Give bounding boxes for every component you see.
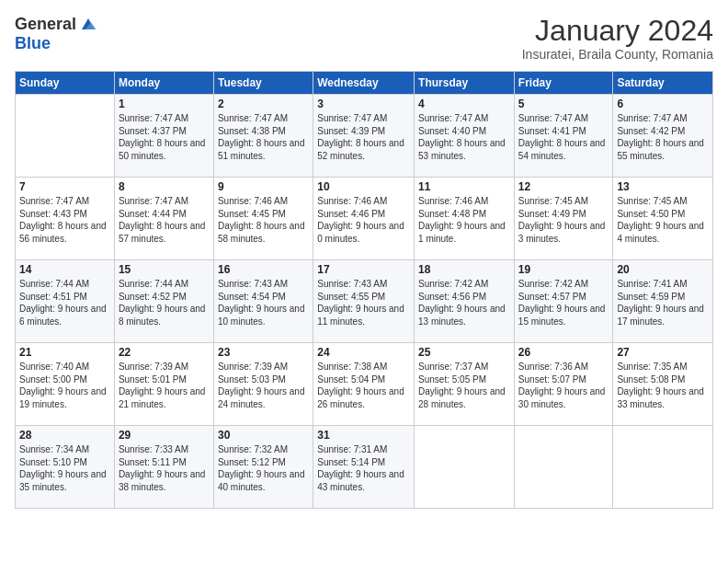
day-number: 14 [19, 263, 110, 276]
day-info: Sunrise: 7:32 AMSunset: 5:12 PMDaylight:… [218, 443, 309, 493]
day-info: Sunrise: 7:47 AMSunset: 4:38 PMDaylight:… [218, 112, 309, 162]
table-row: 21Sunrise: 7:40 AMSunset: 5:00 PMDayligh… [16, 343, 115, 426]
day-info: Sunrise: 7:37 AMSunset: 5:05 PMDaylight:… [418, 361, 510, 410]
table-row: 23Sunrise: 7:39 AMSunset: 5:03 PMDayligh… [213, 343, 313, 426]
calendar-header-row: Sunday Monday Tuesday Wednesday Thursday… [16, 72, 713, 95]
day-number: 29 [119, 429, 210, 442]
day-number: 18 [418, 263, 510, 276]
day-number: 22 [119, 346, 210, 359]
day-number: 15 [119, 263, 210, 276]
table-row: 14Sunrise: 7:44 AMSunset: 4:51 PMDayligh… [16, 260, 115, 343]
day-info: Sunrise: 7:35 AMSunset: 5:08 PMDaylight:… [617, 361, 709, 410]
day-info: Sunrise: 7:47 AMSunset: 4:41 PMDaylight:… [518, 112, 609, 162]
page-header: General Blue January 2024 Insuratei, Bra… [15, 15, 713, 62]
day-info: Sunrise: 7:41 AMSunset: 4:59 PMDaylight:… [617, 278, 709, 327]
day-number: 8 [119, 180, 210, 193]
day-info: Sunrise: 7:45 AMSunset: 4:49 PMDaylight:… [518, 195, 609, 245]
table-row: 6Sunrise: 7:47 AMSunset: 4:42 PMDaylight… [613, 95, 713, 178]
day-number: 19 [518, 263, 609, 276]
day-info: Sunrise: 7:46 AMSunset: 4:46 PMDaylight:… [317, 195, 410, 245]
day-info: Sunrise: 7:46 AMSunset: 4:45 PMDaylight:… [218, 195, 309, 245]
month-title: January 2024 [522, 15, 713, 47]
table-row: 29Sunrise: 7:33 AMSunset: 5:11 PMDayligh… [114, 426, 213, 509]
col-monday: Monday [114, 72, 213, 95]
day-info: Sunrise: 7:31 AMSunset: 5:14 PMDaylight:… [317, 443, 410, 493]
day-info: Sunrise: 7:44 AMSunset: 4:51 PMDaylight:… [19, 278, 110, 327]
day-info: Sunrise: 7:33 AMSunset: 5:11 PMDaylight:… [119, 443, 210, 493]
logo-blue-text: Blue [15, 34, 51, 53]
table-row [415, 426, 515, 509]
table-row [16, 95, 115, 178]
day-number: 31 [317, 429, 410, 442]
day-number: 30 [218, 429, 309, 442]
col-wednesday: Wednesday [313, 72, 415, 95]
day-number: 17 [317, 263, 410, 276]
day-number: 27 [617, 346, 709, 359]
day-number: 16 [218, 263, 309, 276]
day-info: Sunrise: 7:47 AMSunset: 4:39 PMDaylight:… [317, 112, 410, 162]
location-subtitle: Insuratei, Braila County, Romania [522, 47, 713, 62]
day-info: Sunrise: 7:42 AMSunset: 4:57 PMDaylight:… [518, 278, 609, 327]
table-row: 26Sunrise: 7:36 AMSunset: 5:07 PMDayligh… [514, 343, 613, 426]
day-info: Sunrise: 7:43 AMSunset: 4:55 PMDaylight:… [317, 278, 410, 327]
col-sunday: Sunday [16, 72, 115, 95]
calendar-week-row: 14Sunrise: 7:44 AMSunset: 4:51 PMDayligh… [16, 260, 713, 343]
table-row: 18Sunrise: 7:42 AMSunset: 4:56 PMDayligh… [415, 260, 515, 343]
day-info: Sunrise: 7:43 AMSunset: 4:54 PMDaylight:… [218, 278, 309, 327]
table-row: 11Sunrise: 7:46 AMSunset: 4:48 PMDayligh… [415, 178, 515, 260]
day-info: Sunrise: 7:47 AMSunset: 4:40 PMDaylight:… [418, 112, 510, 162]
day-info: Sunrise: 7:38 AMSunset: 5:04 PMDaylight:… [317, 361, 410, 410]
day-number: 1 [119, 98, 210, 110]
day-number: 24 [317, 346, 410, 359]
calendar-week-row: 21Sunrise: 7:40 AMSunset: 5:00 PMDayligh… [16, 343, 713, 426]
day-info: Sunrise: 7:44 AMSunset: 4:52 PMDaylight:… [119, 278, 210, 327]
day-number: 4 [418, 98, 510, 110]
day-info: Sunrise: 7:39 AMSunset: 5:01 PMDaylight:… [119, 361, 210, 410]
table-row: 10Sunrise: 7:46 AMSunset: 4:46 PMDayligh… [313, 178, 415, 260]
table-row: 22Sunrise: 7:39 AMSunset: 5:01 PMDayligh… [114, 343, 213, 426]
day-number: 21 [19, 346, 110, 359]
col-friday: Friday [514, 72, 613, 95]
table-row: 27Sunrise: 7:35 AMSunset: 5:08 PMDayligh… [613, 343, 713, 426]
table-row: 12Sunrise: 7:45 AMSunset: 4:49 PMDayligh… [514, 178, 613, 260]
table-row: 7Sunrise: 7:47 AMSunset: 4:43 PMDaylight… [16, 178, 115, 260]
day-number: 25 [418, 346, 510, 359]
day-number: 12 [518, 180, 609, 193]
day-info: Sunrise: 7:40 AMSunset: 5:00 PMDaylight:… [19, 361, 110, 410]
table-row: 2Sunrise: 7:47 AMSunset: 4:38 PMDaylight… [213, 95, 313, 178]
table-row: 24Sunrise: 7:38 AMSunset: 5:04 PMDayligh… [313, 343, 415, 426]
day-number: 2 [218, 98, 309, 110]
day-number: 9 [218, 180, 309, 193]
day-number: 13 [617, 180, 709, 193]
table-row: 31Sunrise: 7:31 AMSunset: 5:14 PMDayligh… [313, 426, 415, 509]
day-info: Sunrise: 7:47 AMSunset: 4:42 PMDaylight:… [617, 112, 709, 162]
table-row: 15Sunrise: 7:44 AMSunset: 4:52 PMDayligh… [114, 260, 213, 343]
table-row: 25Sunrise: 7:37 AMSunset: 5:05 PMDayligh… [415, 343, 515, 426]
day-info: Sunrise: 7:34 AMSunset: 5:10 PMDaylight:… [19, 443, 110, 493]
logo-icon [78, 17, 98, 33]
table-row [514, 426, 613, 509]
table-row: 5Sunrise: 7:47 AMSunset: 4:41 PMDaylight… [514, 95, 613, 178]
table-row: 16Sunrise: 7:43 AMSunset: 4:54 PMDayligh… [213, 260, 313, 343]
table-row: 1Sunrise: 7:47 AMSunset: 4:37 PMDaylight… [114, 95, 213, 178]
day-info: Sunrise: 7:47 AMSunset: 4:37 PMDaylight:… [119, 112, 210, 162]
table-row: 4Sunrise: 7:47 AMSunset: 4:40 PMDaylight… [415, 95, 515, 178]
day-number: 28 [19, 429, 110, 442]
day-number: 26 [518, 346, 609, 359]
table-row: 17Sunrise: 7:43 AMSunset: 4:55 PMDayligh… [313, 260, 415, 343]
day-number: 7 [19, 180, 110, 193]
table-row: 8Sunrise: 7:47 AMSunset: 4:44 PMDaylight… [114, 178, 213, 260]
day-number: 3 [317, 98, 410, 110]
day-number: 5 [518, 98, 609, 110]
day-info: Sunrise: 7:39 AMSunset: 5:03 PMDaylight:… [218, 361, 309, 410]
day-info: Sunrise: 7:47 AMSunset: 4:44 PMDaylight:… [119, 195, 210, 245]
calendar-week-row: 1Sunrise: 7:47 AMSunset: 4:37 PMDaylight… [16, 95, 713, 178]
calendar-week-row: 28Sunrise: 7:34 AMSunset: 5:10 PMDayligh… [16, 426, 713, 509]
page-container: General Blue January 2024 Insuratei, Bra… [0, 0, 728, 516]
table-row: 9Sunrise: 7:46 AMSunset: 4:45 PMDaylight… [213, 178, 313, 260]
table-row: 20Sunrise: 7:41 AMSunset: 4:59 PMDayligh… [613, 260, 713, 343]
day-number: 11 [418, 180, 510, 193]
day-number: 23 [218, 346, 309, 359]
day-number: 10 [317, 180, 410, 193]
table-row: 13Sunrise: 7:45 AMSunset: 4:50 PMDayligh… [613, 178, 713, 260]
